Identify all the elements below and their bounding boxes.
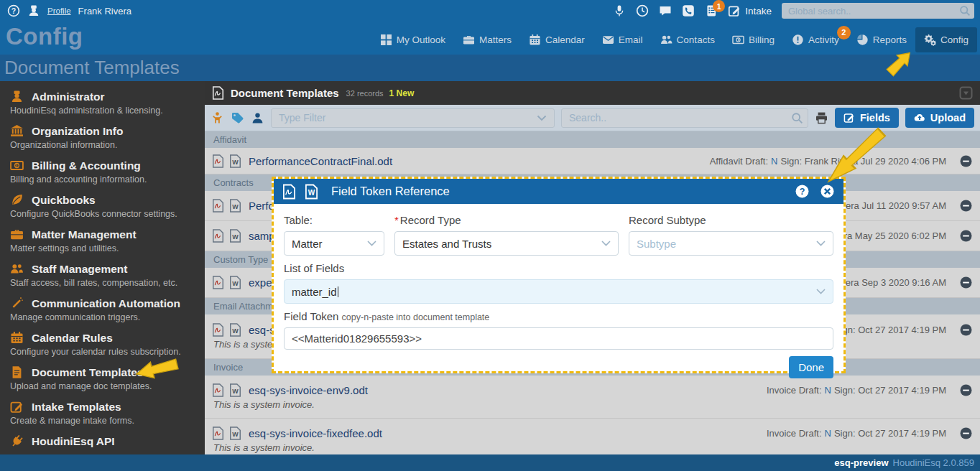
content-header: Document Templates 32 records 1 New [205,81,980,105]
svg-text:W: W [232,203,239,210]
word-file-icon[interactable]: W [229,383,241,397]
search-icon [959,5,971,17]
sidebar-item-matter-management[interactable]: Matter Management Matter settings and ut… [10,228,198,253]
phone-icon[interactable] [682,4,695,17]
word-file-icon[interactable]: W [229,154,241,168]
remove-icon[interactable] [959,276,973,289]
sidebar-item-organization-info[interactable]: Organization Info Organizational informa… [10,124,198,150]
calendar-icon [529,34,541,46]
nav-item-matters[interactable]: Matters [454,27,520,52]
word-file-icon[interactable]: W [229,426,241,440]
content-title: Document Templates [231,87,339,99]
money-icon [10,159,24,172]
word-file-icon[interactable]: W [229,323,241,337]
dialog-titlebar: W Field Token Reference ? [274,179,843,204]
field-token-label: Field Token copy-n-paste into document t… [284,310,833,322]
owner-filter-icon[interactable] [211,111,224,125]
nav-item-activity[interactable]: Activity 2 [783,27,848,52]
svg-text:W: W [232,327,239,335]
sidebar-item-calendar-rules[interactable]: Calendar Rules Configure your calendar r… [10,331,198,357]
tasks-icon[interactable]: 1 [705,4,718,17]
pdf-file-icon[interactable] [212,383,224,397]
sidebar-item-intake-templates[interactable]: Intake Templates Create & manage intake … [10,400,198,426]
word-file-icon[interactable]: W [229,276,241,289]
person-filter-icon[interactable] [251,111,264,125]
chevron-down-icon [816,289,826,294]
remove-icon[interactable] [959,199,973,213]
chevron-down-icon [537,115,547,121]
sidebar-item-billing-accounting[interactable]: Billing & Accounting Billing and account… [10,159,198,185]
record-type-label: *Record Type [394,214,619,226]
wand-icon [10,297,24,310]
template-name-link[interactable]: PerformanceContractFinal.odt [249,155,392,167]
svg-text:W: W [232,388,239,395]
word-file-icon: W [305,184,318,200]
envelope-icon [602,34,614,46]
template-name-link[interactable]: esq-sys-invoice-fixedfee.odt [249,427,382,439]
tag-filter-icon[interactable] [231,111,244,125]
nav-item-email[interactable]: Email [593,27,652,52]
type-filter-select[interactable]: Type Filter [271,108,555,128]
document-icon [10,365,24,379]
help-icon[interactable]: ? [7,4,20,17]
template-name-link[interactable]: esq-sys-invoice-env9.odt [249,384,368,396]
pdf-file-icon[interactable] [212,426,224,440]
pdf-file-icon[interactable] [212,154,224,168]
table-select[interactable]: Matter [284,231,384,256]
nav-item-billing[interactable]: Billing [724,27,783,52]
field-token-reference-dialog: W Field Token Reference ? Table: Matter … [272,177,846,373]
printer-icon[interactable] [815,111,828,125]
sidebar-item-administrator[interactable]: Administrator HoudiniEsq administration … [10,90,198,116]
remove-icon[interactable] [959,154,973,168]
svg-text:?: ? [11,6,16,15]
record-type-select[interactable]: Estates and Trusts [394,231,619,256]
admin-person-icon [10,90,24,103]
gears-icon [924,34,936,46]
bank-icon [10,124,24,138]
profile-link[interactable]: Profile [47,6,71,15]
chat-icon[interactable] [659,4,672,17]
nav-item-calendar[interactable]: Calendar [520,27,593,52]
pdf-file-icon[interactable] [212,323,224,337]
chevron-down-icon [367,241,376,246]
sidebar-item-houdiniesq-api[interactable]: HoudiniEsq API [10,434,198,448]
upload-button[interactable]: Upload [905,108,974,128]
sidebar-item-communication-automation[interactable]: Communication Automation Manage communic… [10,297,198,322]
main-nav: Config My Outlook Matters Calendar Email [0,22,980,55]
word-file-icon[interactable]: W [229,199,241,213]
field-token-input[interactable] [284,327,833,350]
help-icon[interactable]: ? [795,184,810,199]
page-title: Document Templates [0,57,180,79]
nav-item-config[interactable]: Config [915,27,977,52]
table-row[interactable]: W esq-sys-invoice-fixedfee.odt Invoice D… [205,419,980,454]
search-icon [791,112,803,124]
row-meta: Invoice Draft:NSign: Oct 27 2017 4:19 PM [767,426,973,440]
sidebar-item-staff-management[interactable]: Staff Management Staff access, bill rate… [10,262,198,288]
remove-icon[interactable] [959,383,973,397]
record-subtype-select[interactable]: Subtype [629,231,833,256]
sidebar-item-quickbooks[interactable]: Quickbooks Configure QuickBooks connecto… [10,193,198,219]
done-button[interactable]: Done [789,356,833,378]
remove-icon[interactable] [959,323,973,337]
pdf-file-icon[interactable] [212,276,224,289]
exclamation-icon [792,34,804,46]
nav-item-my-outlook[interactable]: My Outlook [371,27,454,52]
word-file-icon[interactable]: W [229,229,241,243]
list-of-fields-label: List of Fields [284,262,833,274]
list-search-input[interactable] [561,108,808,128]
clock-icon[interactable] [636,4,649,17]
pdf-file-icon[interactable] [212,229,224,243]
nav-item-contacts[interactable]: Contacts [652,27,724,52]
intake-button[interactable]: Intake [728,4,772,17]
collapse-icon[interactable] [959,86,973,100]
global-search-input[interactable] [782,3,974,19]
top-bar: ? Profile Frank Rivera [0,0,980,22]
pdf-file-icon [282,184,296,200]
remove-icon[interactable] [959,426,973,440]
pdf-file-icon[interactable] [212,199,224,213]
list-of-fields-combobox[interactable]: matter_id [284,279,833,304]
fields-button[interactable]: Fields [835,108,899,128]
table-row[interactable]: W esq-sys-invoice-env9.odt Invoice Draft… [205,376,980,419]
microphone-icon[interactable] [613,4,626,17]
remove-icon[interactable] [959,229,973,243]
